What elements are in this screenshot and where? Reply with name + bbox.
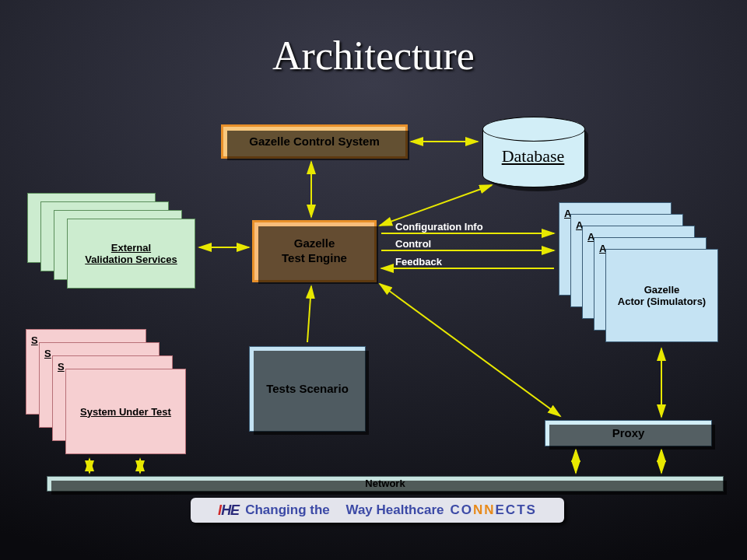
edge-scenario-to-engine [307, 286, 311, 342]
edge-engine-to-proxy [380, 284, 560, 416]
ihe-logo: IHE [218, 502, 239, 519]
node-database: Database [482, 117, 584, 179]
footer-connects: CONNECTS [450, 502, 536, 518]
database-label: Database [482, 146, 584, 166]
actor-simulators-label: Gazelle Actor (Simulators) [618, 284, 706, 307]
node-proxy: Proxy [545, 420, 712, 446]
edge-db-to-engine [380, 185, 492, 226]
node-gazelle-control-system: Gazelle Control System [221, 124, 408, 159]
footer-text-2: Way Healthcare [345, 502, 444, 518]
slide-title: Architecture [0, 33, 747, 79]
footer-text-1: Changing the [245, 502, 330, 518]
edge-label-config-info: Configuration Info [395, 221, 483, 233]
architecture-slide: Architecture Gazelle Control System Gaze… [0, 0, 747, 560]
node-network: Network [47, 476, 724, 492]
node-gazelle-test-engine: Gazelle Test Engine [252, 220, 377, 282]
edge-label-control: Control [395, 238, 431, 250]
footer-branding: IHE Changing the Way Healthcare CONNECTS [191, 498, 564, 523]
node-tests-scenario: Tests Scenario [249, 346, 366, 432]
edge-label-feedback: Feedback [395, 256, 442, 268]
system-under-test-label: System Under Test [80, 406, 171, 418]
external-validation-label: External Validation Services [85, 242, 177, 265]
